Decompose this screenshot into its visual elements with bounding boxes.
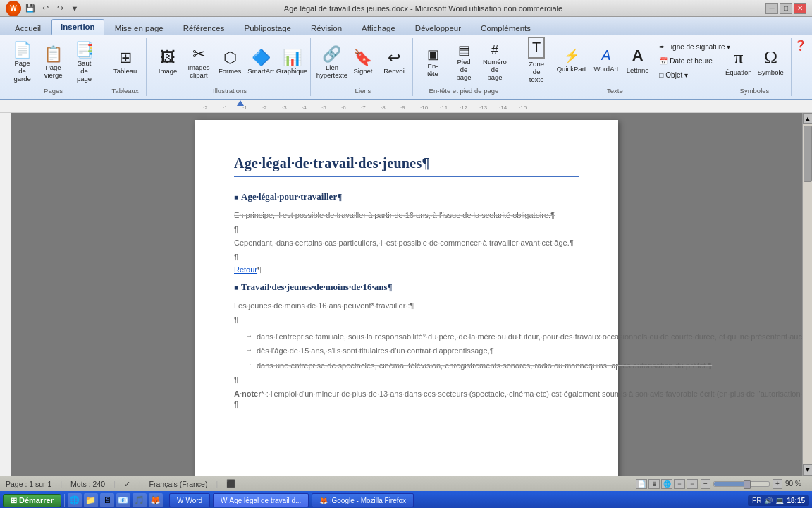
- taskbar-divider-2: [166, 494, 166, 507]
- saut-de-page-button[interactable]: 📑 Saut depage: [70, 42, 99, 83]
- lettrine-button[interactable]: A Lettrine: [623, 40, 652, 80]
- ribbon-tabs: Accueil Insertion Mise en page Référence…: [0, 17, 812, 35]
- fullscreen-view-button[interactable]: 🖥: [648, 479, 660, 489]
- svg-text:·1: ·1: [223, 104, 228, 111]
- undo-button[interactable]: ↩: [39, 2, 51, 15]
- svg-text:·13: ·13: [479, 104, 488, 111]
- document-scroll[interactable]: Age·légal·de·travail·des·jeunes¶ ■ Age·l…: [11, 113, 802, 476]
- save-button[interactable]: 💾: [24, 2, 37, 15]
- redo-button[interactable]: ↪: [54, 2, 66, 15]
- entete-label: En-tête et pied de page: [422, 87, 506, 95]
- tab-revision[interactable]: Révision: [302, 20, 351, 35]
- spell-check[interactable]: ✓: [124, 480, 130, 488]
- pied-de-page-button[interactable]: ▤ Pied depage: [450, 42, 478, 83]
- indent-marker: [237, 100, 244, 106]
- tab-mise-en-page[interactable]: Mise en page: [106, 20, 173, 35]
- tray-lang: FR: [752, 497, 761, 504]
- zoom-out-button[interactable]: −: [701, 479, 710, 489]
- para1-pilcrow: ¶: [234, 224, 579, 236]
- svg-text:·2: ·2: [203, 104, 208, 111]
- numero-de-page-button[interactable]: # Numérode page: [481, 42, 509, 83]
- zone-de-texte-button[interactable]: T Zone detexte: [521, 40, 552, 80]
- folder-icon[interactable]: 📁: [84, 493, 98, 507]
- system-tray: FR 🔊 💻 18:15: [748, 495, 809, 506]
- tableau-icon: ⊞: [119, 50, 132, 66]
- desktop-icon[interactable]: 🖥: [100, 493, 114, 507]
- date-icon: 📅: [659, 57, 668, 65]
- web-view-button[interactable]: 🌐: [661, 479, 672, 489]
- word-app-label: Word: [185, 497, 202, 504]
- taskbar-item-firefox[interactable]: 🦊 iGoogle - Mozilla Firefox: [312, 493, 414, 507]
- symbole-button[interactable]: Ω Symbole: [756, 42, 785, 83]
- tab-insertion[interactable]: Insertion: [51, 19, 104, 35]
- signet-button[interactable]: 🔖 Signet: [349, 42, 377, 83]
- page-vierge-button[interactable]: 📋 Pagevierge: [39, 42, 68, 83]
- scroll-up-button[interactable]: ▲: [803, 113, 812, 124]
- ruler: ·2 ·1 ·1 ·2 ·3 ·4 ·5 ·6 ·7 ·8 ·9 ·10 ·11…: [0, 100, 812, 113]
- draft-view-button[interactable]: ≡: [687, 479, 698, 489]
- spell-icon: ✓: [124, 480, 130, 488]
- retour-link-line: Retour¶: [234, 265, 579, 274]
- outlook-icon[interactable]: 📧: [116, 493, 130, 507]
- graphique-button[interactable]: 📊 Graphique: [278, 42, 306, 83]
- zoom-in-button[interactable]: +: [773, 479, 782, 489]
- tab-references[interactable]: Références: [174, 20, 234, 35]
- tray-time: 18:15: [787, 497, 805, 504]
- firefox-icon[interactable]: 🦊: [149, 493, 163, 507]
- title-bar-left: W 💾 ↩ ↪ ▼: [6, 1, 81, 16]
- equation-button[interactable]: π Équation: [724, 42, 753, 83]
- formes-button[interactable]: ⬡ Formes: [216, 42, 244, 83]
- taskbar-item-word[interactable]: W Word: [169, 493, 210, 507]
- quickpart-button[interactable]: ⚡ QuickPart: [553, 40, 589, 80]
- taskbar: ⊞ Démarrer 🌐 📁 🖥 📧 🎵 🦊 W Word W Age léga…: [0, 491, 812, 508]
- tab-accueil[interactable]: Accueil: [6, 20, 50, 35]
- ruler-svg: ·2 ·1 ·1 ·2 ·3 ·4 ·5 ·6 ·7 ·8 ·9 ·10 ·11…: [202, 100, 622, 113]
- zoom-bar[interactable]: [713, 481, 770, 487]
- ie-icon[interactable]: 🌐: [68, 493, 82, 507]
- start-button[interactable]: ⊞ Démarrer: [3, 494, 61, 507]
- bullet-arrow-2: →: [245, 346, 252, 357]
- minimize-button[interactable]: ─: [765, 3, 778, 14]
- image-button[interactable]: 🖼 Image: [154, 42, 182, 83]
- scroll-track[interactable]: [803, 124, 812, 464]
- print-view-button[interactable]: 📄: [636, 479, 647, 489]
- scroll-thumb[interactable]: [804, 126, 812, 182]
- wordart-icon: A: [601, 47, 610, 64]
- svg-text:·6: ·6: [341, 104, 346, 111]
- tab-affichage[interactable]: Affichage: [352, 20, 405, 35]
- pages-buttons: 📄 Page degarde 📋 Pagevierge 📑 Saut depag…: [11, 40, 95, 85]
- status-bar: Page : 1 sur 1 | Mots : 240 | ✓ | França…: [0, 476, 812, 491]
- images-clipart-button[interactable]: ✂ Imagesclipart: [185, 42, 213, 83]
- winamp-icon[interactable]: 🎵: [133, 493, 147, 507]
- page-de-garde-button[interactable]: 📄 Page degarde: [8, 42, 37, 83]
- section1-marker: ■: [234, 193, 238, 201]
- outline-view-button[interactable]: ≡: [674, 479, 685, 489]
- help-icon[interactable]: ❓: [794, 38, 806, 51]
- svg-text:·7: ·7: [361, 104, 366, 111]
- tableau-button[interactable]: ⊞ Tableau: [110, 42, 140, 83]
- tab-developpeur[interactable]: Développeur: [406, 20, 470, 35]
- scroll-down-button[interactable]: ▼: [803, 464, 812, 476]
- smartart-button[interactable]: 🔷 SmartArt: [247, 42, 275, 83]
- taskbar-item-word-doc[interactable]: W Age légal de travail d...: [213, 493, 309, 507]
- section1-heading: ■ Age·légal·pour·travailler¶: [234, 191, 579, 202]
- tab-publipostage[interactable]: Publipostage: [235, 20, 301, 35]
- quick-access-dropdown[interactable]: ▼: [68, 2, 81, 15]
- note-pilcrow: ¶: [234, 400, 579, 409]
- para2: Cependant,·dans·certains·cas·particulier…: [234, 237, 579, 250]
- quick-access: 💾 ↩ ↪ ▼: [24, 2, 81, 15]
- en-tete-button[interactable]: ▣ En-tête: [419, 42, 447, 83]
- retour-link[interactable]: Retour: [234, 265, 257, 274]
- entete-buttons: ▣ En-tête ▤ Pied depage # Numérode page: [422, 40, 506, 85]
- lien-hypertexte-button[interactable]: 🔗 Lienhypertexte: [318, 42, 346, 83]
- group-pages: 📄 Page degarde 📋 Pagevierge 📑 Saut depag…: [6, 38, 102, 96]
- symboles-label: Symboles: [724, 87, 785, 95]
- macro-icon[interactable]: ⬛: [226, 479, 235, 488]
- wordart-button[interactable]: A WordArt: [591, 40, 622, 80]
- renvoi-button[interactable]: ↩ Renvoi: [380, 42, 408, 83]
- maximize-button[interactable]: □: [780, 3, 792, 14]
- tab-complements[interactable]: Compléments: [472, 20, 540, 35]
- zoom-thumb[interactable]: [744, 480, 751, 489]
- vertical-scrollbar[interactable]: ▲ ▼: [802, 113, 812, 476]
- close-button[interactable]: ✕: [794, 3, 806, 14]
